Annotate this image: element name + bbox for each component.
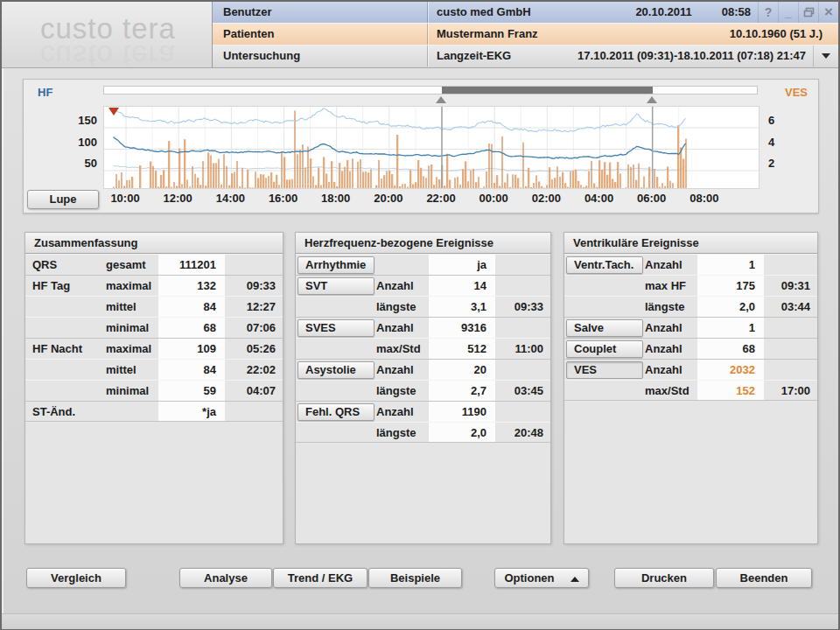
panel-title: Herzfrequenz-bezogene Ereignisse	[296, 233, 550, 254]
row-sublabel: Anzahl	[376, 321, 429, 334]
row-time: 22:02	[225, 363, 283, 376]
exam-dropdown-button[interactable]	[813, 46, 838, 66]
range-scrollbar-segment[interactable]	[442, 87, 653, 94]
row-time: 12:27	[225, 300, 283, 313]
row-value: 1	[697, 318, 764, 338]
event-filter-button-arrhythmie[interactable]: Arrhythmie	[298, 256, 374, 274]
row-label-cell: VES	[564, 361, 645, 379]
row-sublabel: längste	[376, 384, 429, 397]
user-row-value-cell: custo med GmbH 20.10.2011 08:58 ? _ ×	[427, 2, 838, 23]
row-time: 03:44	[764, 300, 817, 313]
beispiele-button[interactable]: Beispiele	[368, 568, 462, 588]
user-row: Benutzer custo med GmbH 20.10.2011 08:58…	[213, 2, 838, 24]
row-sublabel: max HF	[645, 279, 697, 292]
hf-events-panel-row: SVTAnzahl14	[296, 275, 550, 296]
row-time: 09:33	[225, 279, 283, 292]
optionen-button[interactable]: Optionen	[494, 568, 589, 588]
ventricular-events-panel-row: Ventr.Tach.Anzahl1	[564, 254, 817, 275]
event-filter-button-svt[interactable]: SVT	[298, 277, 374, 295]
hf-events-panel-row: max/Std51211:00	[296, 338, 550, 359]
row-sublabel: Anzahl	[645, 342, 697, 355]
time-tick: 06:00	[637, 192, 666, 205]
row-time: 03:45	[495, 384, 550, 397]
patient-row-label: Patienten	[213, 24, 427, 45]
event-filter-button-fehl-qrs[interactable]: Fehl. QRS	[298, 403, 374, 421]
row-value: 14	[429, 276, 495, 296]
night-start-handle[interactable]	[436, 96, 446, 103]
summary-panel-row: HF Nachtmaximal10905:26	[25, 338, 283, 359]
row-label-cell: Ventr.Tach.	[564, 256, 645, 274]
panel-title: Zusammenfassung	[25, 233, 283, 254]
minimize-button[interactable]: _	[778, 2, 798, 23]
summary-panel: ZusammenfassungQRSgesamt111201HF Tagmaxi…	[24, 232, 284, 544]
ventricular-events-panel-row: SalveAnzahl1	[564, 317, 817, 338]
row-sublabel: Anzahl	[645, 321, 697, 334]
night-end-handle[interactable]	[647, 96, 657, 103]
event-filter-button-couplet[interactable]: Couplet	[566, 340, 643, 358]
hf-events-panel-row: Arrhythmieja	[296, 254, 550, 275]
row-sublabel: Anzahl	[376, 405, 429, 418]
event-filter-button-ves[interactable]: VES	[566, 361, 643, 379]
row-time: 04:07	[225, 384, 283, 397]
close-button[interactable]: ×	[818, 2, 838, 23]
patient-name: Mustermann Franz	[437, 24, 538, 45]
lupe-button[interactable]: Lupe	[27, 190, 99, 209]
row-label-cell: Couplet	[564, 340, 645, 358]
range-scrollbar[interactable]	[103, 86, 758, 94]
row-sublabel: längste	[376, 300, 429, 313]
row-value: 1190	[429, 402, 495, 422]
vergleich-button[interactable]: Vergleich	[26, 568, 126, 588]
trend-plot[interactable]	[103, 106, 760, 189]
trend-ekg-button[interactable]: Trend / EKG	[273, 568, 368, 588]
row-label-cell: SVT	[296, 277, 376, 295]
ventricular-events-panel-row: max HF17509:31	[564, 275, 817, 296]
hf-events-panel-row: längste2,703:45	[296, 380, 550, 401]
summary-panel-row: ST-Änd.*ja	[25, 401, 283, 422]
row-time: 20:48	[495, 426, 550, 439]
time-tick: 16:00	[269, 192, 298, 205]
row-value: 175	[697, 276, 764, 296]
drucken-button[interactable]: Drucken	[614, 568, 714, 588]
row-value: *ja	[158, 402, 225, 421]
row-value: 2,7	[429, 381, 495, 401]
row-sublabel: minimal	[106, 321, 158, 334]
row-label-cell: Salve	[564, 319, 645, 337]
event-filter-button-salve[interactable]: Salve	[566, 319, 643, 337]
hf-events-panel: Herzfrequenz-bezogene EreignisseArrhythm…	[295, 232, 551, 544]
row-sublabel: längste	[645, 300, 697, 313]
trend-panel: HF VES 15010050 642 10:0012:0014:0016:00…	[23, 79, 819, 214]
exam-row: Untersuchung Langzeit-EKG 17.10.2011 (09…	[213, 46, 838, 66]
analyse-button[interactable]: Analyse	[179, 568, 272, 588]
row-value: 1	[697, 255, 764, 275]
summary-panel-row: mittel8422:02	[25, 359, 283, 380]
event-filter-button-ventr-tach[interactable]: Ventr.Tach.	[566, 256, 643, 274]
event-filter-button-asystolie[interactable]: Asystolie	[298, 361, 374, 379]
event-filter-button-sves[interactable]: SVES	[298, 319, 374, 337]
row-value: 68	[158, 318, 225, 338]
restore-button[interactable]	[798, 2, 818, 23]
current-time: 08:58	[722, 2, 751, 23]
optionen-label: Optionen	[504, 571, 554, 584]
help-button[interactable]: ?	[758, 2, 778, 23]
patient-row-value-cell: Mustermann Franz 10.10.1960 (51 J.)	[427, 24, 838, 45]
row-label-cell: Arrhythmie	[296, 256, 376, 274]
beenden-button[interactable]: Beenden	[716, 568, 812, 588]
row-sublabel: mittel	[106, 300, 158, 313]
row-value: 3,1	[429, 297, 495, 317]
time-tick: 22:00	[426, 192, 455, 205]
row-time: 11:00	[495, 342, 550, 355]
row-value: 59	[158, 381, 225, 401]
user-name: custo med GmbH	[437, 2, 531, 23]
hf-events-panel-row: längste2,020:48	[296, 422, 550, 443]
app-window: custo tera custo tera Benutzer custo med…	[0, 0, 840, 630]
time-tick: 00:00	[480, 192, 508, 205]
row-sublabel: maximal	[106, 342, 158, 355]
row-sublabel: mittel	[106, 363, 158, 376]
exam-date-range: 17.10.2011 (09:31)-18.10.2011 (07:18) 21…	[578, 46, 813, 66]
row-sublabel: maximal	[106, 279, 158, 292]
ves-tick: 2	[768, 158, 794, 170]
titlebar-table: Benutzer custo med GmbH 20.10.2011 08:58…	[212, 2, 838, 67]
row-sublabel: längste	[376, 426, 429, 439]
statusbar	[2, 613, 838, 629]
hf-tick: 100	[36, 136, 97, 149]
